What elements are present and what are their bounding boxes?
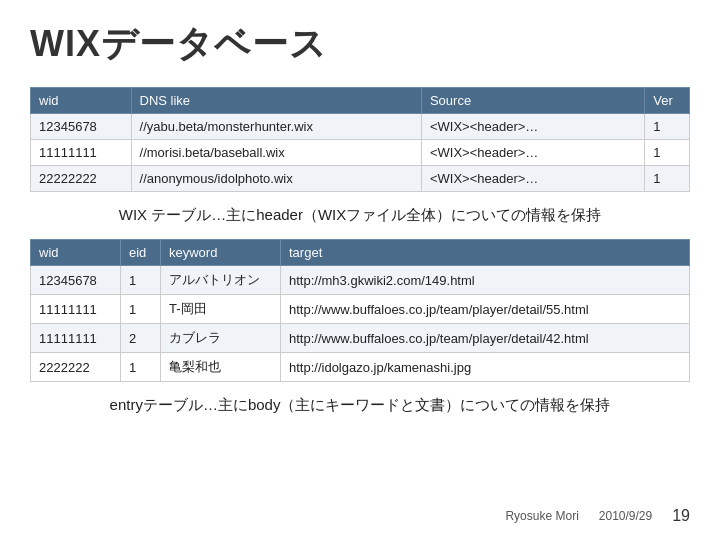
upper-table-cell: <WIX><header>…: [421, 140, 644, 166]
footer-page: 19: [672, 507, 690, 525]
lower-table-row: 22222221亀梨和也http://idolgazo.jp/kamenashi…: [31, 353, 690, 382]
upper-table-header-row: wid DNS like Source Ver: [31, 88, 690, 114]
lower-table-cell: 1: [121, 295, 161, 324]
lower-table-cell: http://idolgazo.jp/kamenashi.jpg: [281, 353, 690, 382]
upper-col-wid: wid: [31, 88, 132, 114]
page-title: WIXデータベース: [30, 20, 690, 69]
lower-table-row: 111111111T-岡田http://www.buffaloes.co.jp/…: [31, 295, 690, 324]
upper-desc: WIX テーブル…主にheader（WIXファイル全体）についての情報を保持: [30, 206, 690, 225]
lower-col-wid: wid: [31, 240, 121, 266]
upper-table-cell: <WIX><header>…: [421, 166, 644, 192]
upper-table-container: wid DNS like Source Ver 12345678//yabu.b…: [30, 87, 690, 192]
lower-table-cell: http://mh3.gkwiki2.com/149.html: [281, 266, 690, 295]
upper-col-dns: DNS like: [131, 88, 421, 114]
footer-author: Ryosuke Mori: [505, 509, 578, 523]
lower-col-eid: eid: [121, 240, 161, 266]
footer: Ryosuke Mori 2010/9/29 19: [30, 507, 690, 525]
lower-table-row: 123456781アルバトリオンhttp://mh3.gkwiki2.com/1…: [31, 266, 690, 295]
lower-table-cell: http://www.buffaloes.co.jp/team/player/d…: [281, 295, 690, 324]
lower-table-cell: 1: [121, 266, 161, 295]
upper-table-cell: <WIX><header>…: [421, 114, 644, 140]
upper-table-cell: //anonymous/idolphoto.wix: [131, 166, 421, 192]
upper-table: wid DNS like Source Ver 12345678//yabu.b…: [30, 87, 690, 192]
lower-desc: entryテーブル…主にbody（主にキーワードと文書）についての情報を保持: [30, 396, 690, 415]
upper-table-row: 22222222//anonymous/idolphoto.wix<WIX><h…: [31, 166, 690, 192]
lower-table-cell: 11111111: [31, 295, 121, 324]
upper-table-cell: 1: [645, 114, 690, 140]
upper-table-cell: 1: [645, 140, 690, 166]
footer-date: 2010/9/29: [599, 509, 652, 523]
lower-table-cell: http://www.buffaloes.co.jp/team/player/d…: [281, 324, 690, 353]
lower-table-cell: 2: [121, 324, 161, 353]
upper-table-cell: //yabu.beta/monsterhunter.wix: [131, 114, 421, 140]
lower-table: wid eid keyword target 123456781アルバトリオンh…: [30, 239, 690, 382]
lower-col-target: target: [281, 240, 690, 266]
lower-table-container: wid eid keyword target 123456781アルバトリオンh…: [30, 239, 690, 382]
lower-table-cell: 2222222: [31, 353, 121, 382]
lower-table-cell: 亀梨和也: [161, 353, 281, 382]
lower-table-cell: 11111111: [31, 324, 121, 353]
upper-col-ver: Ver: [645, 88, 690, 114]
lower-table-cell: 1: [121, 353, 161, 382]
lower-table-cell: アルバトリオン: [161, 266, 281, 295]
lower-table-header-row: wid eid keyword target: [31, 240, 690, 266]
lower-table-cell: カブレラ: [161, 324, 281, 353]
lower-table-cell: T-岡田: [161, 295, 281, 324]
upper-table-cell: 11111111: [31, 140, 132, 166]
upper-table-cell: 12345678: [31, 114, 132, 140]
lower-col-keyword: keyword: [161, 240, 281, 266]
upper-col-source: Source: [421, 88, 644, 114]
upper-table-cell: 1: [645, 166, 690, 192]
upper-table-row: 11111111//morisi.beta/baseball.wix<WIX><…: [31, 140, 690, 166]
page: WIXデータベース wid DNS like Source Ver 123456…: [0, 0, 720, 540]
upper-table-cell: 22222222: [31, 166, 132, 192]
upper-table-cell: //morisi.beta/baseball.wix: [131, 140, 421, 166]
lower-table-cell: 12345678: [31, 266, 121, 295]
upper-table-row: 12345678//yabu.beta/monsterhunter.wix<WI…: [31, 114, 690, 140]
lower-table-row: 111111112カブレラhttp://www.buffaloes.co.jp/…: [31, 324, 690, 353]
